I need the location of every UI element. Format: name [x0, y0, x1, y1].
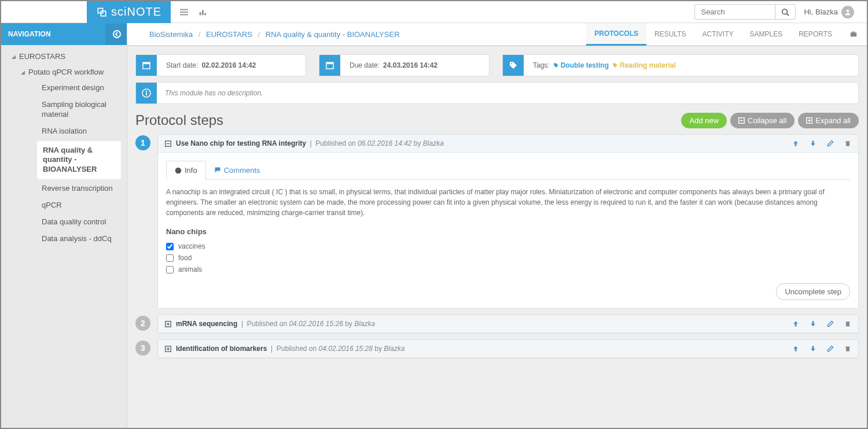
edit-icon[interactable]: [827, 140, 834, 147]
description-box: This module has no description.: [135, 82, 859, 104]
edit-icon[interactable]: [827, 320, 834, 327]
edit-icon[interactable]: [827, 345, 834, 352]
search-button[interactable]: [775, 4, 796, 20]
checklist-item[interactable]: animals: [166, 264, 850, 275]
menu-icon[interactable]: [180, 8, 188, 16]
search-input[interactable]: [694, 4, 775, 20]
svg-rect-7: [205, 13, 207, 15]
breadcrumb-link[interactable]: EUROSTARS: [206, 30, 252, 39]
module-tab[interactable]: SAMPLES: [742, 23, 791, 46]
start-date-box: Start date: 02.02.2016 14:42: [135, 54, 306, 76]
svg-rect-35: [846, 323, 849, 327]
svg-rect-5: [200, 12, 201, 15]
info-icon: [136, 83, 157, 103]
tree-workflow[interactable]: ◢ Potato qPCR workflow: [10, 64, 127, 80]
breadcrumb-link[interactable]: BioSistemika: [149, 30, 193, 39]
user-menu[interactable]: Hi, Blazka: [804, 6, 854, 19]
svg-point-10: [847, 9, 849, 12]
move-up-icon[interactable]: [792, 320, 799, 327]
uncomplete-step-button[interactable]: Uncomplete step: [776, 283, 850, 300]
sidebar-collapse-button[interactable]: [106, 24, 127, 45]
svg-point-11: [113, 31, 120, 38]
chart-icon[interactable]: [198, 8, 207, 16]
tag-icon: [553, 62, 559, 68]
move-down-icon[interactable]: [810, 345, 816, 352]
sidebar-header: NAVIGATION: [1, 23, 127, 45]
toggle-icon[interactable]: [165, 321, 171, 327]
sidebar-item[interactable]: RNA quality & quantity - BIOANALYSER: [37, 141, 121, 180]
module-tab[interactable]: REPORTS: [790, 23, 840, 46]
topbar: sciNOTE Hi, Blazka: [1, 1, 867, 23]
add-step-button[interactable]: Add new: [681, 113, 727, 128]
sidebar-item[interactable]: Sampling biological material: [10, 97, 127, 123]
tag[interactable]: Double testing: [553, 61, 609, 69]
step-title: Identification of biomarkers: [176, 345, 267, 353]
delete-icon[interactable]: [844, 345, 851, 352]
module-tab[interactable]: PROTOCOLS: [586, 23, 646, 46]
steps-list: 1 Use Nano chip for testing RNA integrit…: [127, 134, 867, 376]
search: [694, 4, 796, 20]
sidebar-item[interactable]: Reverse transcription: [10, 180, 127, 197]
breadcrumb: BioSistemika / EUROSTARS / RNA quality &…: [149, 30, 400, 39]
sidebar-item[interactable]: RNA isolation: [10, 123, 127, 140]
step-number: 2: [135, 316, 150, 331]
checkbox[interactable]: [166, 243, 174, 250]
plus-square-icon: [806, 117, 812, 124]
module-tab[interactable]: ACTIVITY: [694, 23, 741, 46]
step-header[interactable]: Identification of biomarkers | Published…: [158, 340, 858, 358]
step-number: 3: [135, 341, 150, 356]
nav-tree: ◢ EUROSTARS ◢ Potato qPCR workflow Exper…: [1, 45, 127, 251]
info-tab[interactable]: Info: [166, 161, 206, 180]
tag-icon: [612, 62, 618, 68]
svg-rect-36: [845, 321, 850, 323]
info-icon: [175, 167, 182, 174]
tags-box: Tags: Double testing Reading material: [502, 54, 859, 76]
checkbox[interactable]: [166, 254, 174, 262]
toggle-icon[interactable]: [165, 140, 171, 147]
move-down-icon[interactable]: [810, 320, 816, 327]
svg-rect-21: [146, 91, 147, 92]
step-description: A nanochip is an integrated circuit ( IC…: [166, 187, 850, 218]
checkbox[interactable]: [166, 266, 174, 273]
breadcrumb-link[interactable]: RNA quality & quantity - BIOANALYSER: [266, 30, 400, 39]
step: 2 mRNA sequencing | Published on 04.02.2…: [135, 315, 859, 334]
svg-point-31: [175, 167, 182, 173]
checklist-item[interactable]: food: [166, 252, 850, 264]
svg-rect-13: [852, 32, 855, 33]
module-tab[interactable]: RESULTS: [646, 23, 694, 46]
svg-point-8: [782, 9, 788, 14]
comments-tab[interactable]: Comments: [206, 161, 269, 179]
tag[interactable]: Reading material: [612, 61, 676, 69]
sidebar-item[interactable]: Experiment design: [10, 80, 127, 97]
svg-rect-29: [846, 142, 849, 146]
svg-rect-40: [846, 347, 849, 352]
collapse-all-button[interactable]: Collapse all: [730, 113, 795, 128]
svg-rect-3: [180, 12, 188, 13]
step-title: Use Nano chip for testing RNA integrity: [176, 139, 306, 147]
toggle-icon[interactable]: [165, 346, 171, 352]
logo-icon: [96, 6, 108, 18]
sidebar-item[interactable]: Data analysis - ddCq: [10, 231, 127, 247]
move-up-icon[interactable]: [792, 345, 799, 352]
caret-icon: ◢: [12, 54, 16, 60]
step-header[interactable]: mRNA sequencing | Published on 04.02.201…: [158, 315, 858, 333]
step-number: 1: [135, 135, 150, 150]
svg-line-9: [787, 13, 789, 16]
module-tabs: PROTOCOLSRESULTSACTIVITYSAMPLESREPORTS: [586, 23, 867, 46]
sidebar-item[interactable]: qPCR: [10, 197, 127, 214]
step: 3 Identification of biomarkers | Publish…: [135, 339, 859, 358]
checklist-item[interactable]: vaccines: [166, 241, 850, 252]
expand-all-button[interactable]: Expand all: [798, 113, 859, 128]
move-down-icon[interactable]: [810, 140, 816, 147]
svg-rect-6: [202, 10, 204, 15]
step-header[interactable]: Use Nano chip for testing RNA integrity …: [158, 135, 858, 153]
checklist-title: Nano chips: [166, 227, 850, 236]
delete-icon[interactable]: [844, 140, 851, 147]
tree-project[interactable]: ◢ EUROSTARS: [1, 49, 127, 64]
sidebar-item[interactable]: Data quality control: [10, 214, 127, 231]
tag-icon: [503, 55, 524, 76]
app-logo[interactable]: sciNOTE: [87, 1, 171, 23]
move-up-icon[interactable]: [792, 140, 799, 147]
briefcase-icon[interactable]: [840, 23, 867, 46]
delete-icon[interactable]: [844, 320, 851, 327]
